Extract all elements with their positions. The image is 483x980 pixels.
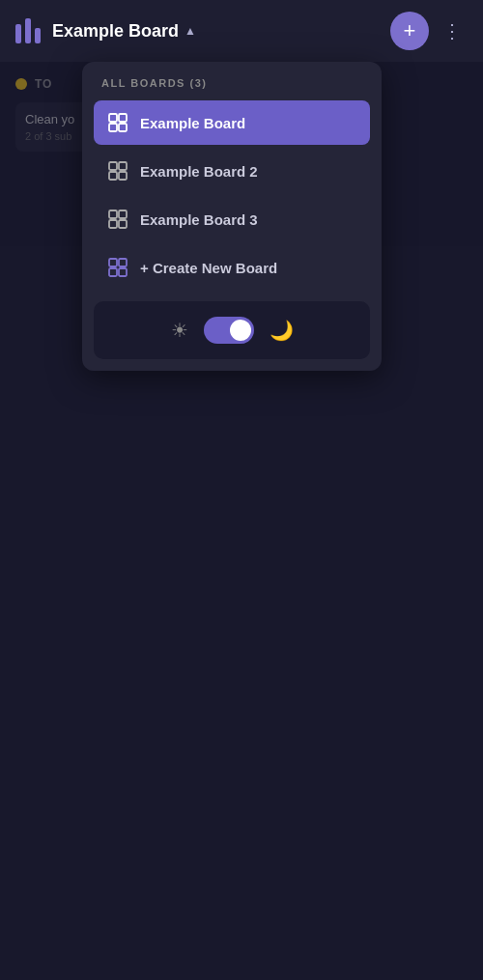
svg-rect-10 <box>109 220 117 228</box>
theme-toggle-area: ☀ 🌙 <box>94 301 370 359</box>
svg-rect-6 <box>109 172 117 180</box>
todo-label: TO <box>35 77 52 91</box>
create-new-board-item[interactable]: + Create New Board <box>94 245 370 290</box>
board-title: Example Board <box>52 21 179 42</box>
svg-rect-14 <box>109 268 117 276</box>
svg-rect-2 <box>109 124 117 131</box>
more-options-button[interactable]: ⋮ <box>437 15 468 46</box>
board-item-2[interactable]: Example Board 2 <box>94 149 370 193</box>
svg-rect-11 <box>119 220 127 228</box>
board-grid-icon-3 <box>107 209 128 230</box>
board-grid-icon-1 <box>107 112 128 133</box>
svg-rect-1 <box>119 114 127 122</box>
create-board-icon <box>107 257 128 278</box>
board-item-2-label: Example Board 2 <box>140 163 258 180</box>
dropdown-header: ALL BOARDS (3) <box>82 62 382 100</box>
svg-rect-4 <box>109 162 117 170</box>
add-button[interactable]: + <box>390 12 429 50</box>
toggle-knob <box>230 320 251 341</box>
board-list: Example Board Example Board 2 Example Bo… <box>82 100 382 290</box>
header-actions: + ⋮ <box>390 12 468 50</box>
svg-rect-0 <box>109 114 117 122</box>
chevron-up-icon: ▲ <box>185 24 196 38</box>
logo-bar-2 <box>25 18 31 43</box>
svg-rect-3 <box>119 124 127 131</box>
sun-icon: ☀ <box>171 319 188 342</box>
dark-mode-toggle[interactable] <box>204 317 254 344</box>
board-item-3[interactable]: Example Board 3 <box>94 197 370 241</box>
svg-rect-7 <box>119 172 127 180</box>
board-item-1-label: Example Board <box>140 115 245 131</box>
svg-rect-12 <box>109 259 117 266</box>
moon-icon: 🌙 <box>270 319 294 342</box>
app-logo <box>15 18 41 43</box>
header-title-group[interactable]: Example Board ▲ <box>52 21 196 42</box>
board-item-1[interactable]: Example Board <box>94 100 370 145</box>
svg-rect-8 <box>109 210 117 218</box>
board-switcher-dropdown: ALL BOARDS (3) Example Board Example Boa… <box>82 62 382 371</box>
create-board-label: + Create New Board <box>140 260 277 276</box>
svg-rect-9 <box>119 210 127 218</box>
logo-bar-1 <box>15 24 21 43</box>
logo-bar-3 <box>35 28 41 43</box>
svg-rect-15 <box>119 268 127 276</box>
board-item-3-label: Example Board 3 <box>140 211 258 228</box>
svg-rect-13 <box>119 259 127 266</box>
svg-rect-5 <box>119 162 127 170</box>
app-header: Example Board ▲ + ⋮ <box>0 0 483 62</box>
board-grid-icon-2 <box>107 160 128 182</box>
todo-status-dot <box>15 78 27 90</box>
header-left: Example Board ▲ <box>15 18 196 43</box>
